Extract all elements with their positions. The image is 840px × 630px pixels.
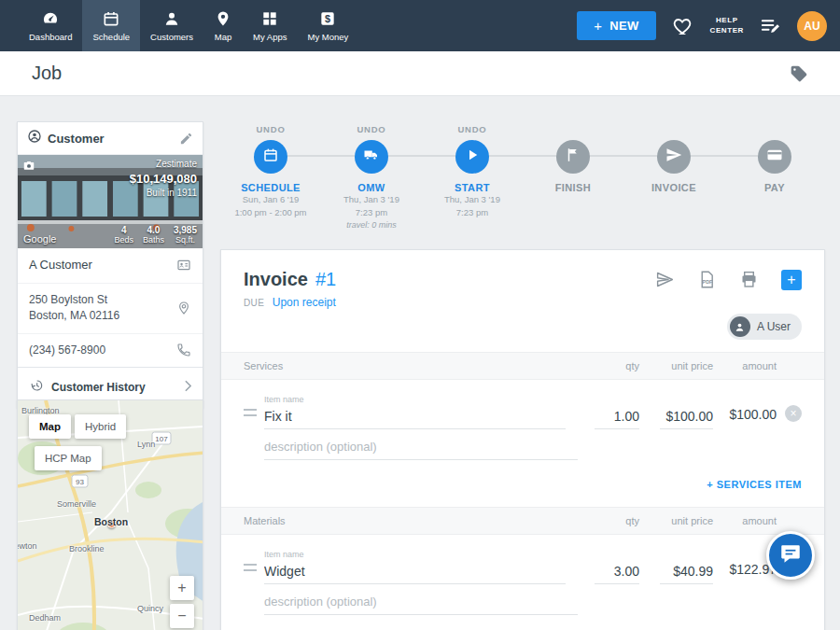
- phone-icon: [176, 343, 191, 357]
- map-label-lynn: Lynn: [137, 440, 155, 449]
- nav-right: + NEW HELP CENTER AU: [577, 0, 840, 51]
- drag-handle[interactable]: [244, 409, 257, 416]
- invoice-step-button[interactable]: [657, 140, 691, 174]
- customer-name-row: A Customer: [18, 248, 203, 283]
- step-label: PAY: [764, 182, 785, 193]
- heart-icon[interactable]: [672, 15, 694, 37]
- job-progress-stepper: UNDO SCHEDULE Sun, Jan 6 '19 1:00 pm - 2…: [220, 124, 825, 231]
- edit-pencil-icon[interactable]: [179, 132, 193, 146]
- truck-icon: [363, 147, 380, 167]
- print-icon[interactable]: [739, 270, 759, 289]
- send-invoice-icon[interactable]: [655, 270, 675, 289]
- customer-phone-row: (234) 567-8900: [18, 333, 203, 367]
- add-services-item-link[interactable]: + SERVICES ITEM: [707, 479, 802, 490]
- nav-label: Customers: [150, 32, 193, 42]
- new-button[interactable]: + NEW: [577, 11, 655, 40]
- zestimate-label: Zestimate: [130, 158, 197, 171]
- step-label: OMW: [357, 182, 385, 193]
- step-label: SCHEDULE: [241, 182, 301, 193]
- step-date: Thu, Jan 3 '19: [343, 193, 399, 206]
- service-name-input[interactable]: [264, 406, 566, 429]
- undo-start[interactable]: UNDO: [457, 124, 486, 140]
- step-pay: PAY: [724, 124, 825, 231]
- property-stats: 4 Beds 4.0 Baths 3,985 Sq.ft.: [114, 225, 197, 245]
- material-amount: $122.97: [713, 562, 777, 584]
- start-step-button[interactable]: [455, 140, 489, 174]
- user-avatar[interactable]: AU: [797, 11, 827, 41]
- services-section-header: Services qty unit price amount: [221, 352, 824, 380]
- pay-step-button[interactable]: [758, 140, 791, 174]
- activity-feed-icon[interactable]: [760, 15, 781, 36]
- due-terms-link[interactable]: Upon receipt: [273, 296, 336, 309]
- material-name-input[interactable]: [264, 561, 566, 584]
- assignee-avatar: [730, 316, 750, 337]
- step-date: Sun, Jan 6 '19: [243, 193, 299, 206]
- undo-omw[interactable]: UNDO: [357, 124, 385, 140]
- qty-column-header: qty: [578, 360, 639, 371]
- nav-item-map[interactable]: Map: [203, 0, 243, 51]
- step-time: 1:00 pm - 2:00 pm: [234, 206, 306, 219]
- service-qty-input[interactable]: [595, 406, 639, 429]
- material-description-input[interactable]: [264, 592, 578, 615]
- materials-section-label: Materials: [244, 515, 578, 526]
- remove-service-item-button[interactable]: ×: [785, 405, 802, 422]
- stat-beds: 4 Beds: [114, 225, 133, 245]
- finish-step-button[interactable]: [556, 140, 590, 174]
- invoice-card: Invoice #1 PDF + DUE Upon rece: [220, 249, 825, 630]
- step-label: FINISH: [555, 182, 591, 193]
- calendar-icon: [262, 147, 279, 167]
- assignee-chip[interactable]: A User: [727, 314, 802, 340]
- invoice-header: Invoice #1 PDF + DUE Upon rece: [221, 250, 824, 310]
- zestimate-block: Zestimate $10,149,080 Built in 1911: [130, 158, 197, 200]
- nav-item-my-money[interactable]: $ My Money: [297, 0, 358, 51]
- material-qty-input[interactable]: [595, 561, 639, 584]
- material-unit-price-input[interactable]: [660, 561, 713, 584]
- undo-schedule[interactable]: UNDO: [256, 124, 285, 140]
- nav-item-my-apps[interactable]: My Apps: [243, 0, 297, 51]
- schedule-step-button[interactable]: [254, 140, 287, 174]
- chat-bubble-button[interactable]: [766, 531, 815, 580]
- zoom-out-button[interactable]: −: [170, 604, 194, 628]
- drag-handle[interactable]: [244, 564, 257, 571]
- zoom-in-button[interactable]: +: [170, 576, 194, 600]
- stat-sqft: 3,985 Sq.ft.: [174, 225, 197, 245]
- stat-value: 4: [114, 225, 133, 235]
- play-icon: [464, 147, 481, 167]
- map-label-somerville: Somerville: [57, 499, 96, 509]
- service-unit-price-input[interactable]: [660, 406, 713, 429]
- map-widget: 93 107 Burlington Lynn Somerville Boston…: [17, 399, 203, 630]
- map-type-hybrid-button[interactable]: Hybrid: [75, 414, 126, 439]
- nav-label: Schedule: [92, 32, 130, 42]
- materials-section-header: Materials qty unit price amount: [221, 507, 824, 535]
- help-center-link[interactable]: HELP CENTER: [710, 16, 745, 36]
- unit-price-column-header: unit price: [639, 515, 713, 526]
- apps-grid-icon: [260, 9, 279, 28]
- map-type-hcp-button[interactable]: HCP Map: [35, 446, 102, 470]
- dashboard-icon: [41, 9, 60, 28]
- chat-icon: [778, 541, 803, 569]
- item-name-label: Item name: [264, 550, 578, 559]
- map-label-newton: Newton: [17, 541, 37, 551]
- invoice-number: #1: [315, 269, 336, 290]
- property-photo: Zestimate $10,149,080 Built in 1911 4 Be…: [18, 155, 203, 248]
- price-tag-icon[interactable]: [790, 64, 808, 83]
- map-type-map-button[interactable]: Map: [29, 414, 71, 439]
- services-item-row: Item name $100.00 ×: [221, 380, 824, 429]
- pdf-icon[interactable]: PDF: [697, 270, 717, 289]
- nav-item-customers[interactable]: Customers: [140, 0, 203, 51]
- history-icon: [29, 378, 44, 397]
- help-center-line1: HELP: [710, 16, 745, 26]
- nav-item-dashboard[interactable]: Dashboard: [19, 0, 82, 51]
- customer-card: Customer: [17, 121, 203, 408]
- svg-text:$: $: [325, 13, 330, 24]
- chevron-right-icon: [185, 379, 191, 396]
- service-description-input[interactable]: [264, 437, 578, 460]
- services-description-row: [221, 429, 824, 460]
- omw-step-button[interactable]: [355, 140, 388, 174]
- nav-label: My Money: [307, 32, 348, 42]
- nav-item-schedule[interactable]: Schedule: [82, 0, 140, 51]
- item-name-label: Item name: [264, 395, 578, 404]
- invoice-add-button[interactable]: +: [781, 270, 802, 290]
- nav-label: Map: [215, 32, 231, 42]
- stat-label: Baths: [143, 235, 164, 245]
